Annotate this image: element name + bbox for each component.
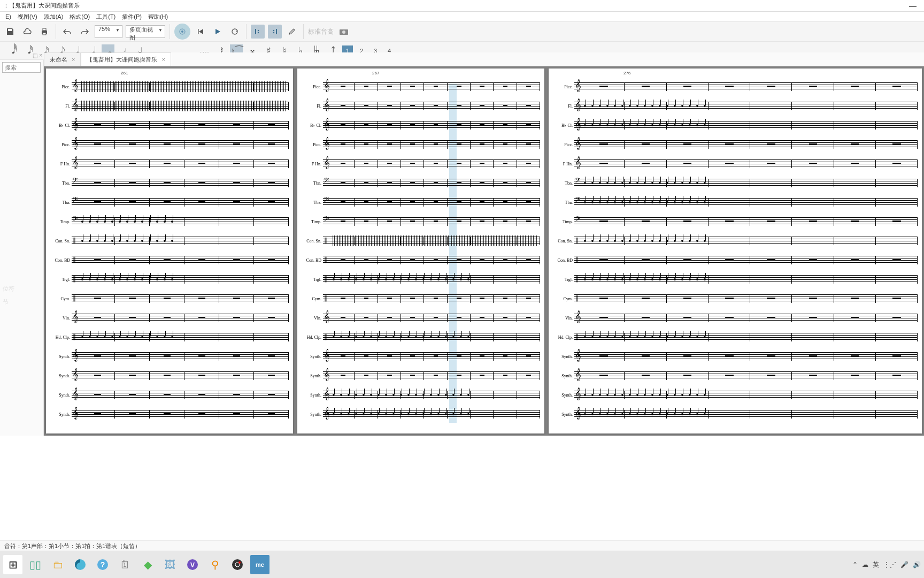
save-icon[interactable] <box>3 25 17 39</box>
staff[interactable]: 𝄞 <box>323 138 540 151</box>
staff-row[interactable]: Timp.𝄢 <box>50 213 289 230</box>
staff-row[interactable]: B♭ Cl.𝄞 <box>302 117 540 134</box>
tab-document[interactable]: 【鬼畜用】大课间跑操音乐× <box>81 52 171 66</box>
broadcast-icon[interactable]: ⚲ <box>205 555 225 574</box>
staff-row[interactable]: Vln.𝄞 <box>302 309 540 326</box>
staff[interactable]: 𝄞 <box>72 80 289 93</box>
volume-icon[interactable]: 🔊 <box>913 561 921 568</box>
staff[interactable]: ∥ <box>72 273 289 286</box>
staff[interactable]: ∥ <box>323 292 540 305</box>
close-panel-icon[interactable]: ⬚ × <box>33 52 42 58</box>
score-page[interactable]: 267 Picc.𝄞Fl.𝄞B♭ Cl.𝄞Picc.𝄞F Hn.𝄞Tbn.𝄢Tb… <box>297 69 544 434</box>
app-green-icon[interactable]: ◆ <box>138 555 157 574</box>
staff[interactable]: 𝄞 <box>574 100 918 112</box>
staff-row[interactable]: Synth.𝄞 <box>302 386 540 404</box>
staff[interactable]: ∥ <box>323 254 540 267</box>
staff[interactable]: ∥ <box>323 331 540 344</box>
staff[interactable]: 𝄢 <box>72 196 289 209</box>
loop-start-icon[interactable] <box>251 25 265 39</box>
calendar-icon[interactable]: 🗓 <box>116 555 135 574</box>
staff-row[interactable]: Picc.𝄞 <box>302 136 540 153</box>
staff[interactable]: ∥ <box>323 273 540 286</box>
view-mode-select[interactable]: 多页面视图▼ <box>126 25 165 38</box>
staff[interactable]: 𝄞 <box>574 369 918 382</box>
staff-row[interactable]: Synth.𝄞 <box>553 406 918 423</box>
tab-untitled[interactable]: 未命名× <box>44 52 81 66</box>
staff[interactable]: 𝄢 <box>323 215 540 228</box>
palette-search-input[interactable] <box>2 62 41 73</box>
staff[interactable]: 𝄞 <box>323 369 540 382</box>
note-64th-icon[interactable]: 𝅘𝅥𝅱 <box>5 44 18 57</box>
staff[interactable]: 𝄞 <box>574 80 918 93</box>
staff[interactable]: 𝄞 <box>72 408 289 421</box>
tray-cloud-icon[interactable]: ☁ <box>862 561 868 568</box>
staff[interactable]: 𝄞 <box>323 311 540 324</box>
staff[interactable]: 𝄞 <box>72 119 289 132</box>
undo-icon[interactable] <box>60 25 74 39</box>
staff[interactable]: ∥ <box>72 292 289 305</box>
staff[interactable]: 𝄞 <box>323 157 540 170</box>
staff-row[interactable]: Hd. Clp.∥ <box>302 329 540 346</box>
menu-help[interactable]: 帮助(H) <box>146 13 170 21</box>
staff[interactable]: ∥ <box>72 254 289 267</box>
staff-row[interactable]: Tba.𝄢 <box>553 194 918 211</box>
staff[interactable]: 𝄞 <box>574 138 918 151</box>
staff-row[interactable]: Con. BD∥ <box>302 252 540 269</box>
menu-tool[interactable]: 工具(T) <box>94 13 118 21</box>
staff-row[interactable]: Hd. Clp.∥ <box>50 329 289 346</box>
staff[interactable]: 𝄞 <box>72 350 289 363</box>
staff[interactable]: 𝄢 <box>323 196 540 209</box>
staff-row[interactable]: Hd. Clp.∥ <box>553 329 918 346</box>
staff-row[interactable]: Tba.𝄢 <box>302 194 540 211</box>
close-tab-icon[interactable]: × <box>72 56 75 63</box>
staff[interactable]: 𝄢 <box>574 196 918 209</box>
staff-row[interactable]: Trgl.∥ <box>50 271 289 288</box>
staff-row[interactable]: Fl.𝄞 <box>553 97 918 115</box>
concert-pitch-button[interactable]: 标准音高 <box>308 27 334 36</box>
task-view-icon[interactable]: ▯▯ <box>26 555 45 574</box>
staff[interactable]: 𝄞 <box>574 157 918 170</box>
staff[interactable]: 𝄞 <box>72 389 289 401</box>
staff-row[interactable]: Synth.𝄞 <box>302 367 540 384</box>
staff-row[interactable]: Synth.𝄞 <box>50 367 289 384</box>
musescore-icon[interactable]: mc <box>250 555 270 574</box>
ime-indicator[interactable]: 英 <box>873 560 879 569</box>
staff-row[interactable]: Synth.𝄞 <box>553 367 918 384</box>
staff[interactable]: ∥ <box>574 234 918 247</box>
staff[interactable]: 𝄢 <box>323 177 540 189</box>
staff-row[interactable]: Con. BD∥ <box>553 252 918 269</box>
staff[interactable]: 𝄞 <box>72 369 289 382</box>
staff-row[interactable]: Con. Sn.∥ <box>553 232 918 249</box>
explorer-icon[interactable]: 🗀 <box>48 555 67 574</box>
menu-plugin[interactable]: 插件(P) <box>120 13 144 21</box>
score-page[interactable]: 261 Picc.𝄞Fl.𝄞B♭ Cl.𝄞Picc.𝄞F Hn.𝄞Tbn.𝄢Tb… <box>46 69 293 434</box>
score-page[interactable]: 276 Picc.𝄞Fl.𝄞B♭ Cl.𝄞Picc.𝄞F Hn.𝄞Tbn.𝄢Tb… <box>549 69 922 434</box>
staff-row[interactable]: Synth.𝄞 <box>50 406 289 423</box>
staff-row[interactable]: Vln.𝄞 <box>553 309 918 326</box>
minimize-button[interactable]: — <box>905 2 921 10</box>
staff-row[interactable]: Synth.𝄞 <box>50 386 289 404</box>
rewind-icon[interactable] <box>194 25 207 39</box>
mic-icon[interactable]: 🎤 <box>900 561 908 568</box>
staff-row[interactable]: Synth.𝄞 <box>553 386 918 404</box>
staff[interactable]: 𝄞 <box>323 80 540 93</box>
staff-row[interactable]: Picc.𝄞 <box>50 78 289 95</box>
play-icon[interactable] <box>211 25 225 39</box>
staff-row[interactable]: Picc.𝄞 <box>50 136 289 153</box>
staff[interactable]: ∥ <box>574 331 918 344</box>
staff-row[interactable]: Vln.𝄞 <box>50 309 289 326</box>
staff-row[interactable]: F Hn.𝄞 <box>50 155 289 172</box>
staff[interactable]: ∥ <box>574 254 918 267</box>
staff-row[interactable]: Trgl.∥ <box>553 271 918 288</box>
staff[interactable]: ∥ <box>323 234 540 247</box>
staff[interactable]: 𝄢 <box>574 215 918 228</box>
print-icon[interactable] <box>37 25 51 39</box>
staff[interactable]: 𝄢 <box>574 177 918 189</box>
staff-row[interactable]: Tbn.𝄢 <box>553 174 918 192</box>
staff-row[interactable]: Cym.∥ <box>553 290 918 307</box>
staff-row[interactable]: Timp.𝄢 <box>553 213 918 230</box>
staff-row[interactable]: Picc.𝄞 <box>553 78 918 95</box>
zoom-select[interactable]: 75%▼ <box>95 25 122 38</box>
close-tab-icon[interactable]: × <box>161 56 165 63</box>
staff[interactable]: 𝄞 <box>574 311 918 324</box>
